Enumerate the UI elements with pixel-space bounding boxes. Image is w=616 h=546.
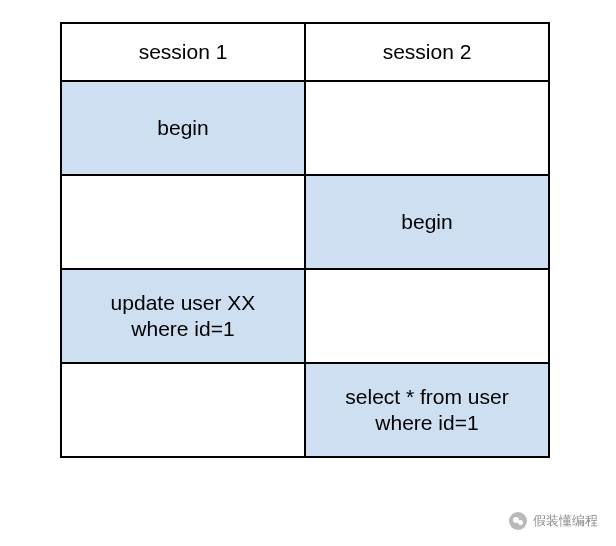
cell-s2-r1 [305, 81, 549, 175]
table-row: select * from userwhere id=1 [61, 363, 549, 457]
cell-s2-r3 [305, 269, 549, 363]
wechat-icon [509, 512, 527, 530]
svg-point-1 [518, 520, 523, 525]
table-row: begin [61, 81, 549, 175]
table-header-row: session 1 session 2 [61, 23, 549, 81]
cell-s1-r1: begin [61, 81, 305, 175]
header-session-2: session 2 [305, 23, 549, 81]
cell-s1-r4 [61, 363, 305, 457]
header-session-1: session 1 [61, 23, 305, 81]
table: session 1 session 2 begin begin update u… [60, 22, 550, 458]
cell-s1-r2 [61, 175, 305, 269]
watermark-text: 假装懂编程 [533, 512, 598, 530]
table-row: update user XXwhere id=1 [61, 269, 549, 363]
session-comparison-table: session 1 session 2 begin begin update u… [60, 22, 550, 458]
cell-s2-r4: select * from userwhere id=1 [305, 363, 549, 457]
watermark: 假装懂编程 [509, 512, 598, 530]
table-row: begin [61, 175, 549, 269]
cell-s1-r3: update user XXwhere id=1 [61, 269, 305, 363]
cell-s2-r2: begin [305, 175, 549, 269]
